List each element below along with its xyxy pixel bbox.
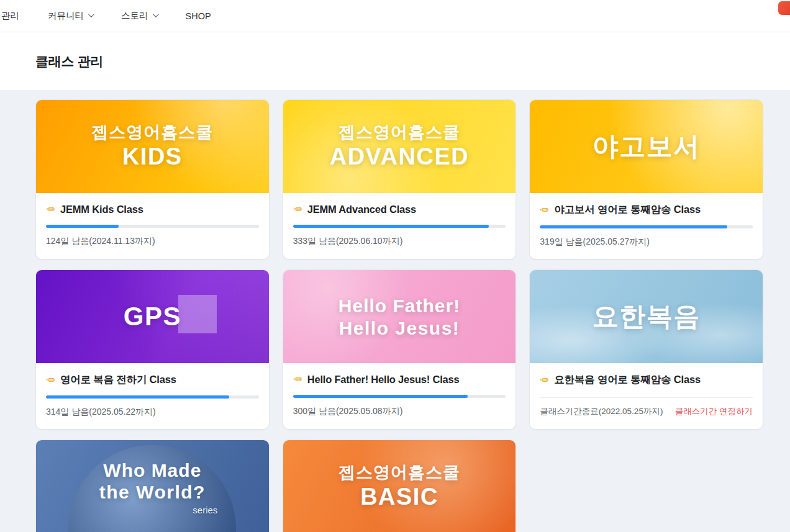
- class-card-james[interactable]: 야고보서 ✏ 야고보서 영어로 통째암송 Class 319일 남음(2025.…: [529, 99, 763, 259]
- banner-text: 젭스영어홈스쿨: [338, 122, 460, 143]
- page-header: 클래스 관리: [0, 32, 790, 90]
- banner-text: 야고보서: [592, 132, 701, 161]
- banner-text: 젭스영어홈스쿨: [91, 122, 213, 143]
- progress-bar: [293, 225, 506, 228]
- banner-text: BASIC: [360, 484, 438, 511]
- progress-bar: [46, 395, 259, 399]
- chevron-down-icon: [88, 11, 94, 17]
- extend-class-link[interactable]: 클래스기간 연장하기: [675, 406, 753, 417]
- divider: [540, 397, 753, 398]
- nav-item-label: 스토리: [121, 10, 148, 22]
- days-remaining: 124일 남음(2024.11.13까지): [46, 236, 259, 247]
- pencil-icon: ✏: [46, 374, 55, 387]
- class-banner-basic: 젭스영어홈스쿨 BASIC: [283, 440, 516, 532]
- class-banner-hello-father: Hello Father! Hello Jesus!: [283, 270, 516, 363]
- banner-text: Hello Jesus!: [339, 318, 460, 340]
- pencil-icon: ✏: [540, 204, 548, 217]
- nav-item-community[interactable]: 커뮤니티: [48, 10, 93, 22]
- class-card-john[interactable]: 요한복음 ✏ 요한복음 영어로 통째암송 Class 클래스기간종료(2022.…: [529, 269, 763, 430]
- class-grid: 젭스영어홈스쿨 KIDS ✏ JEMM Kids Class 124일 남음(2…: [35, 99, 763, 532]
- banner-text: 젭스영어홈스쿨: [338, 462, 460, 484]
- banner-text: ADVANCED: [330, 143, 470, 171]
- class-title-text: 야고보서 영어로 통째암송 Class: [554, 203, 700, 217]
- class-title-text: JEMM Advanced Class: [307, 204, 416, 215]
- class-title-text: Hello Father! Hello Jesus! Class: [307, 374, 460, 385]
- progress-bar: [540, 225, 753, 228]
- pencil-icon: ✏: [293, 203, 302, 216]
- progress-fill: [46, 225, 119, 228]
- class-title: ✏ JEMM Advanced Class: [293, 203, 506, 216]
- class-banner-who-made-the-world: Who Made the World? series: [36, 440, 269, 532]
- corner-widget-icon[interactable]: [778, 1, 790, 15]
- class-card-gps[interactable]: GPS ✏ 영어로 복음 전하기 Class 314일 남음(2025.05.2…: [35, 269, 270, 430]
- class-card-basic[interactable]: 젭스영어홈스쿨 BASIC ✏ JEMM Basic Class: [283, 440, 517, 532]
- class-banner-john: 요한복음: [530, 270, 763, 363]
- class-title: ✏ JEMM Kids Class: [46, 203, 259, 216]
- class-card-kids[interactable]: 젭스영어홈스쿨 KIDS ✏ JEMM Kids Class 124일 남음(2…: [35, 99, 270, 259]
- days-remaining: 314일 남음(2025.05.22까지): [46, 407, 259, 418]
- progress-bar: [46, 225, 259, 228]
- nav-item-label: 커뮤니티: [48, 10, 84, 22]
- nav-item-shop[interactable]: SHOP: [186, 11, 211, 21]
- progress-fill: [46, 395, 229, 399]
- banner-text: 요한복음: [592, 302, 701, 331]
- class-list: 젭스영어홈스쿨 KIDS ✏ JEMM Kids Class 124일 남음(2…: [0, 90, 790, 532]
- pencil-icon: ✏: [293, 373, 302, 386]
- nav-item-story[interactable]: 스토리: [121, 10, 157, 22]
- days-remaining: 300일 남음(2025.05.08까지): [293, 406, 506, 417]
- class-title: ✏ 영어로 복음 전하기 Class: [46, 373, 259, 387]
- progress-fill: [293, 395, 468, 398]
- banner-text: the World?: [99, 482, 206, 503]
- nav-item-label: 관리: [1, 10, 19, 22]
- nav-item-label: SHOP: [186, 11, 211, 21]
- chevron-down-icon: [152, 11, 158, 17]
- banner-subtext: series: [87, 505, 217, 515]
- class-title: ✏ 야고보서 영어로 통째암송 Class: [540, 203, 753, 217]
- banner-text: Hello Father!: [338, 294, 460, 318]
- class-banner-advanced: 젭스영어홈스쿨 ADVANCED: [283, 100, 516, 193]
- class-title-text: 요한복음 영어로 통째암송 Class: [554, 373, 700, 387]
- days-remaining: 333일 남음(2025.06.10까지): [293, 236, 506, 247]
- progress-fill: [293, 225, 489, 228]
- progress-bar: [293, 395, 506, 398]
- class-banner-kids: 젭스영어홈스쿨 KIDS: [36, 100, 269, 193]
- nav-item-manage[interactable]: 관리: [1, 10, 19, 22]
- class-expired-text: 클래스기간종료(2022.05.25까지): [540, 406, 663, 417]
- class-title: ✏ Hello Father! Hello Jesus! Class: [293, 373, 506, 386]
- class-title-text: 영어로 복음 전하기 Class: [60, 373, 176, 387]
- class-card-hello-father[interactable]: Hello Father! Hello Jesus! ✏ Hello Fathe…: [283, 269, 517, 430]
- class-card-who-made-the-world[interactable]: Who Made the World? series ✏ Who made th…: [35, 440, 270, 532]
- banner-text: Who Made: [103, 459, 201, 482]
- pencil-icon: ✏: [540, 374, 548, 387]
- pencil-icon: ✏: [46, 203, 55, 216]
- banner-text: GPS: [124, 302, 181, 331]
- class-card-advanced[interactable]: 젭스영어홈스쿨 ADVANCED ✏ JEMM Advanced Class 3…: [283, 99, 517, 259]
- banner-text: KIDS: [122, 143, 183, 171]
- class-banner-gps: GPS: [36, 270, 269, 363]
- days-remaining: 319일 남음(2025.05.27까지): [540, 237, 753, 248]
- page-title: 클래스 관리: [35, 53, 790, 70]
- class-title-text: JEMM Kids Class: [60, 204, 143, 215]
- top-navigation: 관리 커뮤니티 스토리 SHOP: [0, 0, 790, 32]
- class-banner-james: 야고보서: [530, 100, 763, 193]
- progress-fill: [540, 225, 727, 228]
- class-title: ✏ 요한복음 영어로 통째암송 Class: [540, 373, 753, 387]
